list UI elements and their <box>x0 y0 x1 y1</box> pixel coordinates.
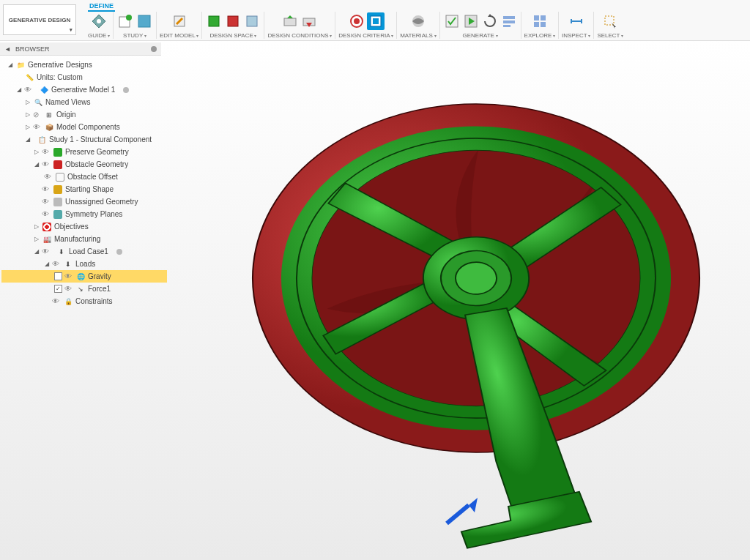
study-settings-icon[interactable] <box>135 12 153 30</box>
ribbon: GUIDE STUDY EDIT MODEL DESIGN SPACE DESI… <box>82 10 750 40</box>
ribbon-group-generate: GENERATE <box>440 12 521 39</box>
svg-rect-17 <box>228 16 238 26</box>
ribbon-group-select: SELECT <box>594 12 626 39</box>
select-icon[interactable] <box>601 12 619 30</box>
svg-marker-31 <box>488 14 492 17</box>
ribbon-group-explore: EXPLORE <box>521 12 559 39</box>
starting-shape-icon[interactable] <box>243 12 261 30</box>
svg-rect-32 <box>503 16 515 19</box>
ribbon-group-guide: GUIDE <box>85 12 114 39</box>
materials-icon[interactable] <box>409 12 427 30</box>
objectives-icon[interactable] <box>348 12 365 30</box>
svg-point-11 <box>97 19 101 23</box>
tree-manufacturing[interactable]: ▷🏭Manufacturing <box>1 233 167 245</box>
workspace-switcher[interactable]: GENERATIVE DESIGN ▾ <box>3 4 76 35</box>
edit-model-icon[interactable] <box>171 12 188 30</box>
precheck-icon[interactable] <box>443 12 461 30</box>
svg-rect-18 <box>247 16 257 26</box>
ribbon-group-design-space: DESIGN SPACE <box>202 12 264 39</box>
tree-model-components[interactable]: ▷👁📦Model Components <box>1 121 167 133</box>
tree-constraints[interactable]: 👁🔒Constraints <box>1 295 167 307</box>
tree-gravity[interactable]: 👁🌐Gravity <box>1 270 167 283</box>
ribbon-group-materials: MATERIALS <box>397 12 439 39</box>
svg-marker-20 <box>287 15 293 18</box>
svg-rect-38 <box>541 22 546 27</box>
svg-point-24 <box>354 18 360 24</box>
tree-unassigned[interactable]: 👁Unassigned Geometry <box>1 195 167 208</box>
ribbon-group-design-conditions: DESIGN CONDITIONS <box>264 12 335 39</box>
ribbon-group-inspect: INSPECT <box>559 12 594 39</box>
study-new-icon[interactable] <box>116 12 134 30</box>
tree-model[interactable]: ◢👁🔷Generative Model 1 <box>1 83 167 96</box>
svg-point-13 <box>126 15 132 20</box>
browser-header: ◄ BROWSER <box>0 42 161 56</box>
tree-units[interactable]: 📏Units: Custom <box>1 71 167 83</box>
inspect-icon[interactable] <box>568 12 585 30</box>
guide-label[interactable]: GUIDE <box>88 32 110 39</box>
browser-title: BROWSER <box>15 45 50 53</box>
svg-rect-37 <box>534 22 539 27</box>
tree-force1[interactable]: ✓👁↘Force1 <box>1 283 167 295</box>
svg-rect-42 <box>605 16 614 25</box>
chevron-down-icon: ▾ <box>70 27 73 33</box>
tree-loads[interactable]: ◢👁⬇Loads <box>1 258 167 270</box>
materials-label[interactable]: MATERIALS <box>400 32 436 39</box>
force1-checkbox[interactable]: ✓ <box>54 285 62 293</box>
manufacturing-icon[interactable] <box>367 12 385 30</box>
preserve-geom-icon[interactable] <box>205 12 223 30</box>
svg-rect-33 <box>503 20 515 23</box>
ribbon-group-study: STUDY <box>114 12 157 39</box>
guide-icon[interactable] <box>89 12 109 30</box>
browser-tree: ◢📁Generative Designs 📏Units: Custom ◢👁🔷G… <box>0 56 168 310</box>
tree-obstacle[interactable]: ◢👁Obstacle Geometry <box>1 158 167 171</box>
svg-rect-35 <box>534 15 539 20</box>
inspect-label[interactable]: INSPECT <box>562 32 590 39</box>
generate-label[interactable]: GENERATE <box>463 32 498 39</box>
tree-load-case[interactable]: ◢👁⬇Load Case1 <box>1 245 167 258</box>
svg-rect-26 <box>373 18 379 24</box>
generate-icon[interactable] <box>462 12 480 30</box>
loads-icon[interactable] <box>300 12 318 30</box>
design-conditions-label[interactable]: DESIGN CONDITIONS <box>267 32 332 39</box>
svg-rect-36 <box>541 15 546 20</box>
obstacle-geom-icon[interactable] <box>224 12 242 30</box>
tree-named-views[interactable]: ▷🔍Named Views <box>1 96 167 108</box>
tree-root[interactable]: ◢📁Generative Designs <box>1 59 167 71</box>
svg-line-8 <box>447 505 469 523</box>
tree-study[interactable]: ◢📋Study 1 - Structural Component <box>1 133 167 146</box>
edit-model-label[interactable]: EDIT MODEL <box>160 32 198 39</box>
browser-collapse-icon[interactable]: ◄ <box>4 45 11 53</box>
job-status-icon[interactable] <box>500 12 518 30</box>
model-3d-view[interactable] <box>234 59 710 556</box>
explore-icon[interactable] <box>531 12 549 30</box>
gravity-checkbox[interactable] <box>54 272 62 280</box>
design-criteria-label[interactable]: DESIGN CRITERIA <box>338 32 393 39</box>
browser-options-icon[interactable] <box>151 46 157 52</box>
workspace-label: GENERATIVE DESIGN <box>9 17 70 23</box>
svg-rect-14 <box>138 15 150 27</box>
tree-symmetry[interactable]: 👁Symmetry Planes <box>1 208 167 220</box>
svg-rect-16 <box>209 16 219 26</box>
tree-objectives[interactable]: ▷Objectives <box>1 220 167 233</box>
explore-label[interactable]: EXPLORE <box>524 32 555 39</box>
constraints-icon[interactable] <box>281 12 299 30</box>
svg-rect-34 <box>503 25 510 27</box>
study-label[interactable]: STUDY <box>123 32 146 39</box>
ribbon-group-edit-model: EDIT MODEL <box>157 12 202 39</box>
ribbon-group-design-criteria: DESIGN CRITERIA <box>335 12 397 39</box>
select-label[interactable]: SELECT <box>597 32 623 39</box>
design-space-label[interactable]: DESIGN SPACE <box>209 32 256 39</box>
refresh-icon[interactable] <box>481 12 499 30</box>
tree-preserve[interactable]: ▷👁Preserve Geometry <box>1 146 167 158</box>
svg-rect-19 <box>284 18 296 26</box>
tree-origin[interactable]: ▷⊘⊞Origin <box>1 108 167 121</box>
tree-starting-shape[interactable]: 👁Starting Shape <box>1 183 167 195</box>
tree-obstacle-offset[interactable]: 👁Obstacle Offset <box>1 171 167 183</box>
svg-marker-9 <box>469 498 478 512</box>
